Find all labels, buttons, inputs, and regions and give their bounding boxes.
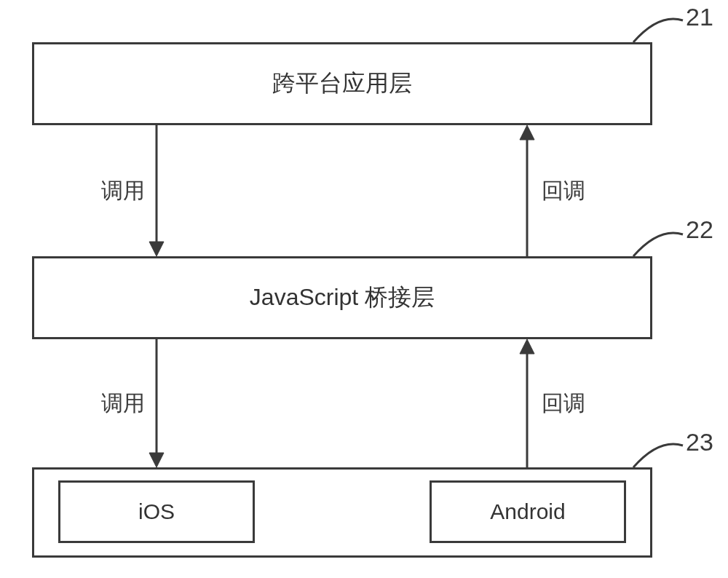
diagram-canvas: 跨平台应用层 JavaScript 桥接层 iOS Android 调用 回调 … — [0, 0, 728, 578]
ref-23: 23 — [686, 428, 713, 456]
leader-23 — [0, 0, 728, 578]
